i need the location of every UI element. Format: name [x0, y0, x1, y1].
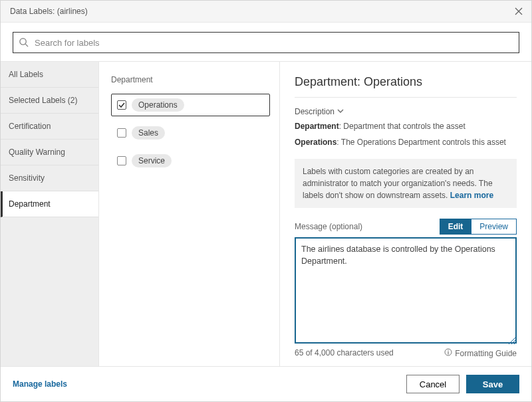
- divider: [295, 97, 517, 98]
- manage-labels-link[interactable]: Manage labels: [13, 379, 67, 389]
- label-list-panel: Department Operations Sales Service: [99, 62, 280, 366]
- search-input-wrap[interactable]: [13, 32, 519, 53]
- label-pill: Sales: [132, 126, 165, 140]
- label-pill: Operations: [132, 98, 184, 112]
- sidebar-item-all-labels[interactable]: All Labels: [1, 62, 98, 88]
- description-val: : The Operations Department controls thi…: [336, 138, 506, 147]
- checkbox-icon[interactable]: [117, 128, 126, 138]
- tab-edit[interactable]: Edit: [440, 219, 471, 235]
- info-icon: [444, 348, 452, 358]
- checkbox-icon[interactable]: [117, 156, 126, 165]
- checkbox-icon[interactable]: [117, 100, 126, 110]
- save-button[interactable]: Save: [466, 375, 519, 393]
- description-key: Operations: [295, 138, 336, 147]
- learn-more-link[interactable]: Learn more: [450, 191, 493, 200]
- message-textarea[interactable]: [295, 237, 517, 344]
- tab-preview[interactable]: Preview: [471, 219, 517, 235]
- char-counter: 65 of 4,000 characters used: [295, 348, 394, 358]
- detail-heading: Department: Operations: [295, 75, 517, 89]
- dialog-title: Data Labels: (airlines): [10, 7, 88, 16]
- data-labels-dialog: Data Labels: (airlines) All Labels Selec…: [0, 0, 532, 402]
- footer-buttons: Cancel Save: [406, 375, 519, 393]
- search-input[interactable]: [33, 37, 513, 49]
- cancel-button[interactable]: Cancel: [406, 375, 460, 393]
- label-list-heading: Department: [111, 75, 270, 84]
- sidebar-item-quality-warning[interactable]: Quality Warning: [1, 140, 98, 165]
- search-icon: [19, 37, 29, 48]
- label-option-service[interactable]: Service: [111, 150, 270, 172]
- description-line-1: Department: Department that controls the…: [295, 120, 517, 132]
- description-key: Department: [295, 122, 339, 131]
- chevron-down-icon: [337, 107, 344, 116]
- search-row: [1, 23, 531, 61]
- label-pill: Service: [132, 154, 172, 167]
- message-header: Message (optional) Edit Preview: [295, 219, 517, 235]
- dialog-body: All Labels Selected Labels (2) Certifica…: [1, 61, 531, 366]
- svg-point-0: [20, 39, 26, 45]
- info-box: Labels with custom categories are create…: [295, 159, 517, 208]
- message-box-wrap: [295, 237, 517, 346]
- message-label: Message (optional): [295, 222, 362, 231]
- label-option-sales[interactable]: Sales: [111, 122, 270, 144]
- titlebar: Data Labels: (airlines): [1, 1, 531, 23]
- description-val: : Department that controls the asset: [339, 122, 466, 131]
- sidebar: All Labels Selected Labels (2) Certifica…: [1, 62, 99, 366]
- sidebar-item-selected-labels[interactable]: Selected Labels (2): [1, 88, 98, 114]
- description-line-2: Operations: The Operations Department co…: [295, 136, 517, 148]
- formatting-guide-link[interactable]: Formatting Guide: [444, 348, 517, 358]
- message-footer: 65 of 4,000 characters used Formatting G…: [295, 348, 517, 358]
- message-tabs: Edit Preview: [440, 219, 517, 235]
- label-option-operations[interactable]: Operations: [111, 94, 270, 116]
- resize-handle-icon[interactable]: [507, 336, 515, 344]
- detail-panel: Department: Operations Description Depar…: [280, 62, 531, 366]
- description-toggle[interactable]: Description: [295, 107, 517, 116]
- sidebar-item-certification[interactable]: Certification: [1, 114, 98, 140]
- dialog-footer: Manage labels Cancel Save: [1, 366, 531, 401]
- description-label: Description: [295, 107, 334, 116]
- close-icon[interactable]: [513, 5, 525, 17]
- sidebar-item-department[interactable]: Department: [1, 191, 98, 217]
- sidebar-item-sensitivity[interactable]: Sensitivity: [1, 165, 98, 191]
- formatting-guide-label: Formatting Guide: [455, 349, 517, 358]
